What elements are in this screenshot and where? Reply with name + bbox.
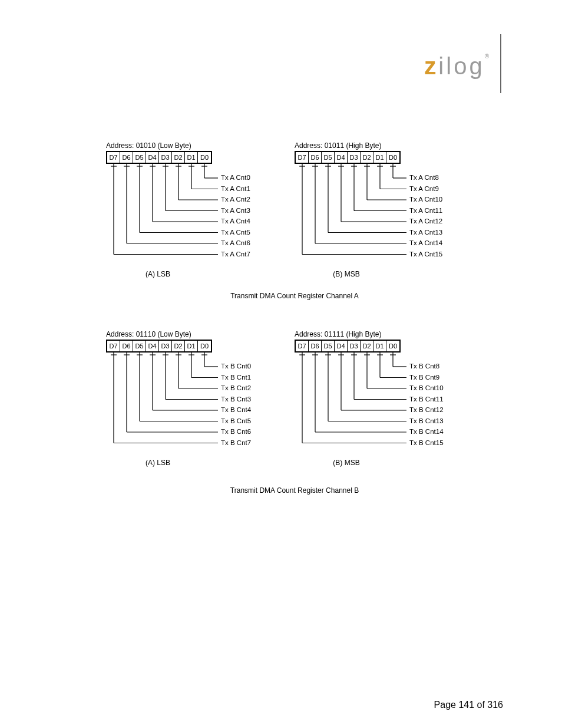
figB-low-sub: (A) LSB (106, 459, 210, 467)
signal-label: Tx B Cnt3 (221, 396, 251, 403)
bit-d6: D6 (309, 152, 322, 163)
figA-high-byte: Address: 01011 (High Byte) D7 D6 D5 D4 D… (295, 141, 483, 164)
bit-d7: D7 (296, 341, 309, 351)
signal-label: Tx A Cnt3 (221, 207, 250, 214)
bit-d2: D2 (172, 152, 185, 163)
figA-high-wires: Tx A Cnt8Tx A Cnt9Tx A Cnt10Tx A Cnt11Tx… (295, 163, 483, 269)
bit-d5: D5 (322, 341, 335, 351)
figA-low-addr: Address: 01010 (Low Byte) (106, 141, 295, 150)
figA-low-sub: (A) LSB (106, 270, 210, 278)
signal-label: Tx B Cnt7 (221, 439, 251, 446)
signal-label: Tx A Cnt2 (221, 196, 250, 203)
bit-d0: D0 (198, 152, 211, 163)
bit-d0: D0 (386, 341, 399, 351)
signal-label: Tx A Cnt6 (221, 239, 250, 246)
signal-label: Tx A Cnt15 (409, 251, 442, 258)
bit-d6: D6 (120, 152, 133, 163)
signal-label: Tx A Cnt14 (409, 239, 442, 246)
signal-label: Tx A Cnt0 (221, 174, 250, 181)
logo-rest: ilog (438, 53, 484, 79)
bit-d5: D5 (322, 152, 335, 163)
bit-d1: D1 (185, 341, 198, 351)
figB-high-sub: (B) MSB (295, 459, 398, 467)
bit-d4: D4 (335, 341, 348, 351)
figB-high-addr: Address: 01111 (High Byte) (295, 330, 483, 338)
bit-d7: D7 (296, 152, 309, 163)
figB-high-byte: Address: 01111 (High Byte) D7 D6 D5 D4 D… (295, 330, 483, 353)
signal-label: Tx A Cnt10 (409, 196, 442, 203)
signal-label: Tx B Cnt6 (221, 428, 251, 435)
bit-d1: D1 (185, 152, 198, 163)
signal-label: Tx A Cnt1 (221, 185, 250, 192)
logo-z: z (424, 53, 438, 79)
signal-label: Tx A Cnt9 (409, 185, 439, 192)
figure-a: Address: 01010 (Low Byte) D7 D6 D5 D4 D3… (106, 141, 518, 300)
bit-d3: D3 (159, 152, 172, 163)
signal-label: Tx A Cnt7 (221, 251, 250, 258)
bit-d3: D3 (348, 341, 361, 351)
signal-label: Tx B Cnt15 (409, 439, 444, 446)
figB-low-bits: D7 D6 D5 D4 D3 D2 D1 D0 (106, 340, 212, 353)
bit-d4: D4 (146, 152, 159, 163)
signal-label: Tx A Cnt4 (221, 218, 250, 225)
signal-label: Tx B Cnt0 (221, 363, 251, 370)
bit-d7: D7 (107, 341, 120, 351)
bit-d6: D6 (120, 341, 133, 351)
bit-d6: D6 (309, 341, 322, 351)
signal-label: Tx A Cnt8 (409, 174, 439, 181)
signal-label: Tx B Cnt12 (409, 406, 444, 413)
signal-label: Tx B Cnt10 (409, 384, 444, 391)
figA-low-byte: Address: 01010 (Low Byte) D7 D6 D5 D4 D3… (106, 141, 295, 164)
figure-b: Address: 01110 (Low Byte) D7 D6 D5 D4 D3… (106, 330, 518, 495)
figB-low-wires: Tx B Cnt0Tx B Cnt1Tx B Cnt2Tx B Cnt3Tx B… (106, 351, 295, 457)
signal-label: Tx B Cnt5 (221, 417, 251, 424)
signal-label: Tx A Cnt11 (409, 207, 442, 214)
bit-d4: D4 (335, 152, 348, 163)
signal-label: Tx A Cnt13 (409, 229, 442, 236)
figB-high-wires: Tx B Cnt8Tx B Cnt9Tx B Cnt10Tx B Cnt11Tx… (295, 351, 483, 457)
bit-d0: D0 (386, 152, 399, 163)
bit-d5: D5 (133, 341, 146, 351)
bit-d0: D0 (198, 341, 211, 351)
bit-d3: D3 (348, 152, 361, 163)
figA-high-bits: D7 D6 D5 D4 D3 D2 D1 D0 (295, 151, 401, 164)
bit-d7: D7 (107, 152, 120, 163)
signal-label: Tx B Cnt4 (221, 406, 251, 413)
signal-label: Tx A Cnt12 (409, 218, 442, 225)
bit-d1: D1 (373, 152, 386, 163)
figA-low-wires: Tx A Cnt0Tx A Cnt1Tx A Cnt2Tx A Cnt3Tx A… (106, 163, 295, 269)
figure-b-row: Address: 01110 (Low Byte) D7 D6 D5 D4 D3… (106, 330, 518, 469)
signal-label: Tx B Cnt2 (221, 384, 251, 391)
bit-d3: D3 (159, 341, 172, 351)
page: zilog® Address: 01010 (Low Byte) D7 D6 D… (0, 0, 562, 728)
logo-reg: ® (485, 53, 491, 60)
header-rule (500, 34, 501, 93)
figA-high-sub: (B) MSB (295, 270, 398, 278)
signal-label: Tx B Cnt14 (409, 428, 444, 435)
bit-d5: D5 (133, 152, 146, 163)
bit-d2: D2 (361, 341, 373, 351)
page-footer: Page 141 of 316 (434, 700, 503, 710)
figB-high-bits: D7 D6 D5 D4 D3 D2 D1 D0 (295, 340, 401, 353)
figA-low-bits: D7 D6 D5 D4 D3 D2 D1 D0 (106, 151, 212, 164)
signal-label: Tx B Cnt9 (409, 374, 439, 381)
signal-label: Tx B Cnt11 (409, 396, 444, 403)
bit-d4: D4 (146, 341, 159, 351)
bit-d1: D1 (373, 341, 386, 351)
logo: zilog® (424, 53, 491, 80)
figA-caption: Transmit DMA Count Register Channel A (106, 292, 483, 300)
figB-low-addr: Address: 01110 (Low Byte) (106, 330, 295, 338)
figure-a-row: Address: 01010 (Low Byte) D7 D6 D5 D4 D3… (106, 141, 518, 280)
signal-label: Tx B Cnt1 (221, 374, 251, 381)
signal-label: Tx A Cnt5 (221, 229, 250, 236)
signal-label: Tx B Cnt8 (409, 363, 439, 370)
bit-d2: D2 (361, 152, 373, 163)
signal-label: Tx B Cnt13 (409, 417, 444, 424)
figB-low-byte: Address: 01110 (Low Byte) D7 D6 D5 D4 D3… (106, 330, 295, 353)
figA-high-addr: Address: 01011 (High Byte) (295, 141, 483, 150)
figB-caption: Transmit DMA Count Register Channel B (106, 486, 483, 495)
bit-d2: D2 (172, 341, 185, 351)
